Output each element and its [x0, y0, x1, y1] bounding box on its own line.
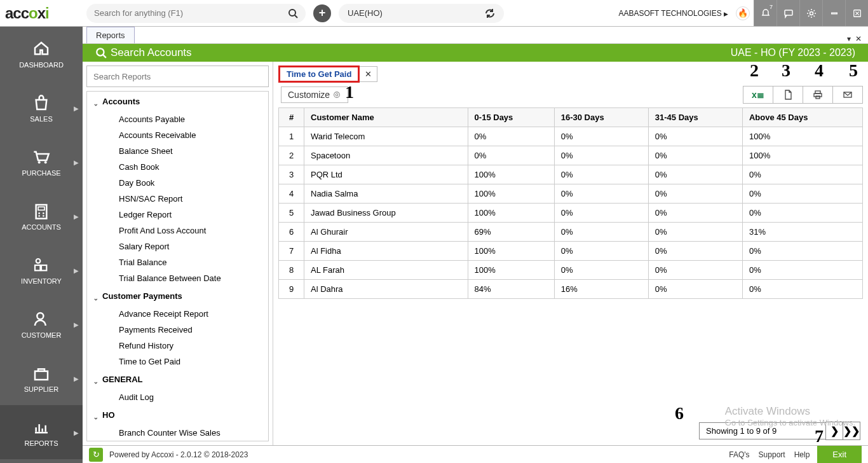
report-item[interactable]: Refund History	[87, 338, 268, 354]
nav-customer[interactable]: CUSTOMER▶	[0, 297, 83, 351]
gear-icon[interactable]	[799, 0, 822, 26]
svg-point-13	[43, 215, 44, 217]
footer-link[interactable]: FAQ's	[729, 450, 749, 459]
nav-accounts[interactable]: ACCOUNTS▶	[0, 189, 83, 243]
table-cell: 3	[279, 165, 304, 184]
footer-link[interactable]: Help	[794, 450, 810, 459]
table-cell: 100%	[468, 242, 554, 261]
footer-link[interactable]: Support	[759, 450, 785, 459]
table-row[interactable]: 2Spacetoon0%0%0%100%	[279, 146, 863, 165]
report-group[interactable]: GENERAL	[87, 370, 268, 389]
pager-last[interactable]: ❯❯	[843, 422, 860, 440]
report-group[interactable]: HO	[87, 405, 268, 425]
chevron-right-icon: ▶	[74, 429, 79, 436]
report-item[interactable]: Cash Book	[87, 159, 268, 175]
svg-point-11	[43, 212, 44, 214]
report-group[interactable]: Customer Payments	[87, 286, 268, 306]
content-tab-active[interactable]: Time to Get Paid	[278, 66, 360, 83]
search-accounts[interactable]: Search Accounts	[95, 46, 192, 59]
table-cell: 1	[279, 127, 304, 146]
add-button[interactable]: +	[313, 4, 331, 22]
table-cell: 0%	[742, 204, 862, 223]
close-button[interactable]	[845, 0, 868, 26]
sync-icon[interactable]	[485, 8, 495, 18]
table-row[interactable]: 7Al Fidha100%0%0%0%	[279, 242, 863, 261]
email-button[interactable]	[832, 86, 863, 104]
green-header: Search Accounts UAE - HO (FY 2023 - 2023…	[83, 44, 868, 62]
table-row[interactable]: 8AL Farah100%0%0%0%	[279, 261, 863, 280]
fy-label: UAE - HO (FY 2023 - 2023)	[731, 47, 855, 59]
pager-next[interactable]: ❯	[825, 422, 843, 440]
table-cell: 0%	[648, 242, 742, 261]
customize-row: Customize 1 x≣ 2 3	[281, 86, 863, 104]
report-item[interactable]: Branch Counter Wise Sales	[87, 425, 268, 441]
region-select[interactable]: UAE(HO)	[339, 4, 504, 23]
search-input[interactable]	[94, 8, 288, 18]
export-buttons: x≣	[743, 86, 863, 104]
report-content: Time to Get Paid ✕ Customize 1 x≣	[273, 62, 868, 445]
report-item[interactable]: Payments Received	[87, 322, 268, 338]
tab-reports[interactable]: Reports	[86, 27, 135, 43]
boxes-icon	[32, 256, 51, 275]
search-reports-input[interactable]	[93, 72, 262, 81]
print-button[interactable]	[803, 86, 833, 104]
table-cell: 0%	[648, 280, 742, 299]
search-icon[interactable]	[288, 8, 298, 18]
report-item[interactable]: Ledger Report	[87, 207, 268, 223]
report-item[interactable]: Trial Balance	[87, 254, 268, 270]
report-item[interactable]: Salary Report	[87, 238, 268, 254]
export-pdf-button[interactable]	[773, 86, 803, 104]
table-header: Above 45 Days	[742, 108, 862, 127]
table-row[interactable]: 4Nadia Salma100%0%0%0%	[279, 184, 863, 204]
exit-button[interactable]: Exit	[817, 446, 862, 463]
svg-line-20	[103, 55, 106, 58]
report-item[interactable]: Balance Sheet	[87, 143, 268, 159]
bell-icon[interactable]: 7	[754, 0, 776, 26]
window-iconbar: 7	[754, 0, 868, 26]
nav-dashboard[interactable]: DASHBOARD	[0, 27, 83, 81]
report-item[interactable]: Accounts Payable	[87, 111, 268, 127]
report-item[interactable]: Day Book	[87, 175, 268, 191]
report-item[interactable]: HSN/SAC Report	[87, 191, 268, 207]
table-row[interactable]: 9Al Dahra84%16%0%0%	[279, 280, 863, 299]
nav-purchase[interactable]: PURCHASE▶	[0, 135, 83, 189]
nav-sales[interactable]: SALES▶	[0, 81, 83, 135]
report-group[interactable]: Accounts	[87, 92, 268, 111]
minimize-button[interactable]	[822, 0, 845, 26]
report-item[interactable]: Advance Receipt Report	[87, 306, 268, 322]
search-reports[interactable]	[86, 66, 269, 87]
customize-button[interactable]: Customize	[281, 86, 348, 103]
fire-icon[interactable]: 🔥	[736, 6, 750, 20]
table-row[interactable]: 6Al Ghurair69%0%0%31%	[279, 223, 863, 242]
company-name[interactable]: AABASOFT TECHNOLOGIES ▶	[618, 9, 728, 18]
nav-inventory[interactable]: INVENTORY▶	[0, 243, 83, 297]
table-cell: 100%	[742, 127, 862, 146]
chevron-right-icon: ▶	[74, 321, 79, 328]
footer-logo-icon: ↻	[89, 448, 103, 462]
nav-reports[interactable]: REPORTS▶	[0, 405, 83, 459]
table-cell: Al Ghurair	[304, 223, 468, 242]
svg-line-1	[295, 15, 297, 18]
table-cell: 0%	[554, 165, 648, 184]
nav-supplier[interactable]: SUPPLIER▶	[0, 351, 83, 405]
report-item[interactable]: Trial Balance Between Date	[87, 270, 268, 286]
report-item[interactable]: Time to Get Paid	[87, 354, 268, 370]
report-item[interactable]: Audit Log	[87, 389, 268, 405]
content-tab-close[interactable]: ✕	[360, 66, 377, 82]
reports-list[interactable]: AccountsAccounts PayableAccounts Receiva…	[86, 91, 269, 441]
footer-links: FAQ'sSupportHelp	[729, 450, 810, 459]
report-item[interactable]: Accounts Receivable	[87, 127, 268, 143]
export-excel-button[interactable]: x≣	[743, 86, 773, 104]
left-nav: DASHBOARDSALES▶PURCHASE▶ACCOUNTS▶INVENTO…	[0, 27, 83, 463]
report-item[interactable]: Profit And Loss Account	[87, 223, 268, 238]
table-row[interactable]: 3PQR Ltd100%0%0%0%	[279, 165, 863, 184]
table-row[interactable]: 5Jawad Business Group100%0%0%0%	[279, 204, 863, 223]
chat-icon[interactable]	[776, 0, 799, 26]
table-cell: 100%	[468, 165, 554, 184]
global-search[interactable]	[86, 4, 306, 23]
table-row[interactable]: 1Warid Telecom0%0%0%100%	[279, 127, 863, 146]
chart-icon	[32, 418, 51, 437]
table-cell: 0%	[648, 204, 742, 223]
tab-window-controls[interactable]: ▾ ✕	[847, 34, 868, 43]
svg-point-0	[289, 10, 295, 16]
